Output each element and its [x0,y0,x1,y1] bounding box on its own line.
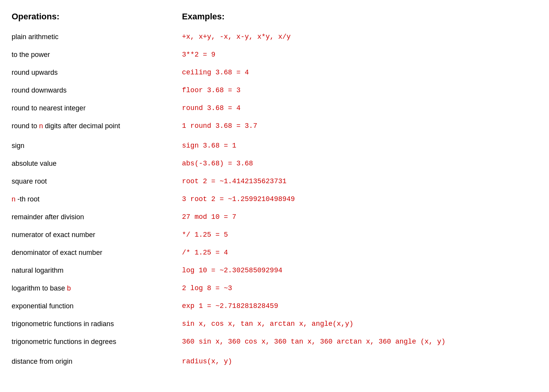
row-round-nearest-integer: round to nearest integerround 3.68 = 4 [12,100,537,118]
operation-distance-from-origin: distance from origin [12,353,182,370]
operation-exponential-function: exponential function [12,298,182,315]
example-round-upwards: ceiling 3.68 = 4 [182,64,537,81]
examples-header: Examples: [182,12,537,22]
example-trig-degrees: 360 sin x, 360 cos x, 360 tan x, 360 arc… [182,334,537,353]
example-round-downwards: floor 3.68 = 3 [182,82,537,99]
example-round-nearest-integer: round 3.68 = 4 [182,100,537,117]
row-natural-logarithm: natural logarithmlog 10 = ~2.30258509299… [12,262,537,280]
operation-square-root: square root [12,173,182,190]
examples-column: Examples: [182,12,537,29]
example-round-n-digits: 1 round 3.68 = 3.7 [182,118,537,138]
example-sign: sign 3.68 = 1 [182,138,537,154]
operation-remainder-after-division: remainder after division [12,209,182,225]
operation-to-the-power: to the power [12,46,182,63]
row-denominator-exact-number: denominator of exact number/* 1.25 = 4 [12,244,537,262]
main-layout: Operations: Examples: [12,12,537,29]
row-absolute-value: absolute valueabs(-3.68) = 3.68 [12,155,537,173]
row-trig-degrees: trigonometric functions in degrees360 si… [12,334,537,353]
example-exponential-function: exp 1 = ~2.718281828459 [182,298,537,315]
operations-column: Operations: [12,12,182,29]
row-plain-arithmetic: plain arithmetic+x, x+y, -x, x-y, x*y, x… [12,29,537,46]
operation-numerator-exact-number: numerator of exact number [12,227,182,243]
operation-trig-degrees: trigonometric functions in degrees [12,334,182,353]
example-distance-from-origin: radius(x, y) [182,353,537,370]
row-distance-from-origin: distance from originradius(x, y) [12,353,537,371]
row-round-n-digits: round to n digits after decimal point1 r… [12,118,537,138]
example-absolute-value: abs(-3.68) = 3.68 [182,155,537,172]
operation-plain-arithmetic: plain arithmetic [12,29,182,45]
highlight-n: n [39,122,43,130]
row-trig-radians: trigonometric functions in radianssin x,… [12,316,537,334]
row-remainder-after-division: remainder after division27 mod 10 = 7 [12,209,537,227]
row-to-the-power: to the power3**2 = 9 [12,46,537,64]
operation-round-downwards: round downwards [12,82,182,99]
operation-round-n-digits: round to n digits after decimal point [12,118,182,138]
operations-header: Operations: [12,12,174,22]
example-denominator-exact-number: /* 1.25 = 4 [182,244,537,261]
example-to-the-power: 3**2 = 9 [182,46,537,63]
operation-round-nearest-integer: round to nearest integer [12,100,182,117]
row-round-upwards: round upwardsceiling 3.68 = 4 [12,64,537,82]
row-square-root: square rootroot 2 = ~1.4142135623731 [12,173,537,191]
row-round-downwards: round downwardsfloor 3.68 = 3 [12,82,537,100]
operation-sign: sign [12,138,182,154]
example-trig-radians: sin x, cos x, tan x, arctan x, angle(x,y… [182,316,537,332]
highlight-b: b [67,284,71,292]
operation-nth-root: n -th root [12,191,182,208]
row-exponential-function: exponential functionexp 1 = ~2.718281828… [12,298,537,316]
example-logarithm-base-b: 2 log 8 = ~3 [182,280,537,297]
row-logarithm-base-b: logarithm to base b2 log 8 = ~3 [12,280,537,298]
operation-denominator-exact-number: denominator of exact number [12,244,182,261]
operation-natural-logarithm: natural logarithm [12,262,182,279]
operation-absolute-value: absolute value [12,155,182,172]
rows-container: plain arithmetic+x, x+y, -x, x-y, x*y, x… [12,29,537,371]
example-remainder-after-division: 27 mod 10 = 7 [182,209,537,225]
operation-logarithm-base-b: logarithm to base b [12,280,182,297]
example-nth-root: 3 root 2 = ~1.2599210498949 [182,191,537,208]
example-numerator-exact-number: */ 1.25 = 5 [182,227,537,243]
row-sign: signsign 3.68 = 1 [12,138,537,155]
highlight-n: n [12,195,15,203]
example-natural-logarithm: log 10 = ~2.302585092994 [182,262,537,279]
operation-round-upwards: round upwards [12,64,182,81]
operation-trig-radians: trigonometric functions in radians [12,316,182,332]
row-nth-root: n -th root3 root 2 = ~1.2599210498949 [12,191,537,209]
example-plain-arithmetic: +x, x+y, -x, x-y, x*y, x/y [182,29,537,45]
row-numerator-exact-number: numerator of exact number*/ 1.25 = 5 [12,227,537,244]
example-square-root: root 2 = ~1.4142135623731 [182,173,537,190]
